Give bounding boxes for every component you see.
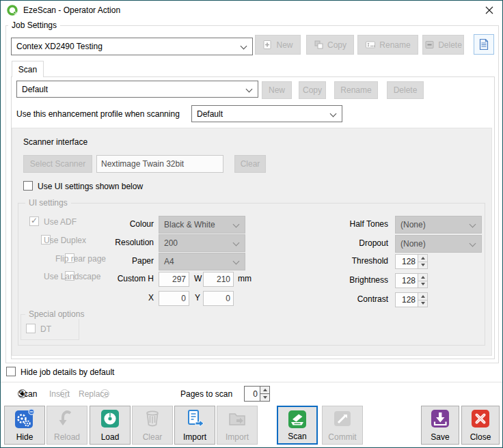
commit-button-label: Commit xyxy=(328,433,356,442)
half-tones-value: (None) xyxy=(400,220,426,229)
arrow-down-icon xyxy=(421,302,425,305)
delete-profile-button[interactable]: Delete xyxy=(387,81,424,99)
reload-button[interactable]: Reload xyxy=(46,406,87,445)
w-label: W xyxy=(194,274,202,283)
scanner-device-field[interactable] xyxy=(96,155,223,173)
chevron-down-icon xyxy=(470,221,476,228)
paper-label: Paper xyxy=(72,256,154,266)
window-close-button[interactable] xyxy=(478,1,501,20)
reload-icon xyxy=(57,408,77,429)
select-scanner-button[interactable]: Select Scanner xyxy=(23,155,92,173)
copy-profile-button[interactable]: Copy xyxy=(299,81,326,99)
paper-select[interactable]: A4 xyxy=(159,253,245,270)
threshold-input[interactable] xyxy=(396,255,418,268)
new-icon xyxy=(262,40,273,50)
chevron-down-icon xyxy=(470,240,476,247)
chevron-down-icon xyxy=(241,43,247,50)
commit-button[interactable]: Commit xyxy=(322,406,363,445)
chevron-down-icon xyxy=(246,86,253,93)
import-file-icon xyxy=(185,408,205,429)
close-icon xyxy=(485,6,493,14)
colour-label: Colour xyxy=(72,219,154,229)
threshold-spin-down-button[interactable] xyxy=(418,262,427,269)
resolution-select[interactable]: 200 xyxy=(159,234,245,252)
contrast-spin-up-button[interactable] xyxy=(418,293,427,300)
load-button[interactable]: Load xyxy=(90,406,131,445)
hide-job-details-checkbox[interactable] xyxy=(6,367,16,376)
custom-h-input[interactable] xyxy=(159,272,189,287)
copy-job-label: Copy xyxy=(327,40,346,50)
job-details-button[interactable] xyxy=(474,34,494,55)
pages-to-scan-spinner xyxy=(244,386,270,402)
pages-spin-down-button[interactable] xyxy=(260,393,269,401)
arrow-up-icon xyxy=(421,276,425,279)
titlebar: EzeScan - Operator Action xyxy=(1,1,502,20)
y-input[interactable] xyxy=(203,291,234,306)
colour-select[interactable]: Black & White xyxy=(159,216,245,234)
use-ui-settings-checkbox[interactable] xyxy=(23,181,33,191)
scan-tab-panel: Default New Copy Rename Delete Use this … xyxy=(11,76,495,359)
import-folder-button-label: Import xyxy=(226,433,249,442)
new-job-button[interactable]: New xyxy=(255,35,301,55)
pages-spin-up-button[interactable] xyxy=(260,387,269,393)
w-input[interactable] xyxy=(203,272,234,287)
threshold-spin-up-button[interactable] xyxy=(418,255,427,262)
arrow-up-icon xyxy=(263,389,267,391)
clear-button-label: Clear xyxy=(143,433,163,442)
import-folder-button[interactable]: Import xyxy=(217,406,258,445)
close-button-label: Close xyxy=(470,433,491,442)
delete-job-button[interactable]: Delete xyxy=(422,35,464,55)
new-profile-button[interactable]: New xyxy=(262,81,292,99)
import-folder-icon xyxy=(227,408,247,429)
job-select[interactable]: Contex XD2490 Testing xyxy=(11,38,253,55)
contrast-input[interactable] xyxy=(396,293,418,307)
copy-job-button[interactable]: Copy xyxy=(306,35,354,55)
rename-job-button[interactable]: Rename xyxy=(357,35,418,55)
resolution-label: Resolution xyxy=(72,238,154,247)
save-button[interactable]: Save xyxy=(421,406,459,445)
new-job-label: New xyxy=(276,40,293,50)
use-ui-settings-label: Use UI settings shown below xyxy=(38,182,143,191)
contrast-spin-down-button[interactable] xyxy=(418,300,427,307)
close-button[interactable]: Close xyxy=(461,406,500,445)
delete-icon xyxy=(424,40,435,50)
load-disc-icon xyxy=(100,408,120,429)
resolution-value: 200 xyxy=(164,238,178,248)
rename-profile-button[interactable]: Rename xyxy=(334,81,378,99)
rename-icon xyxy=(365,40,376,50)
paper-value: A4 xyxy=(164,257,174,266)
brightness-spin-down-button[interactable] xyxy=(418,281,427,288)
hide-button[interactable]: Hide xyxy=(4,406,45,445)
import-button[interactable]: Import xyxy=(174,406,215,445)
dt-checkbox[interactable] xyxy=(26,324,36,333)
chevron-down-icon xyxy=(233,240,240,247)
y-label: Y xyxy=(195,293,200,303)
clear-button[interactable]: Clear xyxy=(132,406,173,445)
use-adf-checkbox[interactable]: ✓ xyxy=(29,216,39,226)
save-icon xyxy=(430,408,450,429)
enhancement-profile-value: Default xyxy=(197,109,223,119)
enhancement-profile-select[interactable]: Default xyxy=(191,105,342,122)
tab-scan-label: Scan xyxy=(18,65,37,74)
save-button-label: Save xyxy=(431,433,449,442)
x-input[interactable] xyxy=(159,291,189,306)
chevron-down-icon xyxy=(233,258,240,265)
clear-scanner-label: Clear xyxy=(241,159,260,169)
pages-to-scan-input[interactable] xyxy=(245,387,260,401)
arrow-down-icon xyxy=(263,396,267,399)
brightness-spin-up-button[interactable] xyxy=(418,274,427,281)
profile-select[interactable]: Default xyxy=(16,81,258,98)
half-tones-select[interactable]: (None) xyxy=(395,216,482,234)
scan-button[interactable]: Scan xyxy=(277,406,318,445)
dropout-select[interactable]: (None) xyxy=(395,235,482,253)
brightness-input[interactable] xyxy=(396,274,418,288)
clear-scanner-button[interactable]: Clear xyxy=(234,155,266,173)
insert-radio-label: Insert xyxy=(49,389,70,399)
import-button-label: Import xyxy=(183,433,206,442)
tab-scan[interactable]: Scan xyxy=(12,61,44,77)
scan-button-label: Scan xyxy=(288,432,306,441)
ui-settings-group-label: UI settings xyxy=(25,198,71,208)
job-select-value: Contex XD2490 Testing xyxy=(16,42,103,51)
hide-job-details-label: Hide job details by default xyxy=(21,367,114,377)
replace-radio-label: Replace xyxy=(79,389,109,399)
